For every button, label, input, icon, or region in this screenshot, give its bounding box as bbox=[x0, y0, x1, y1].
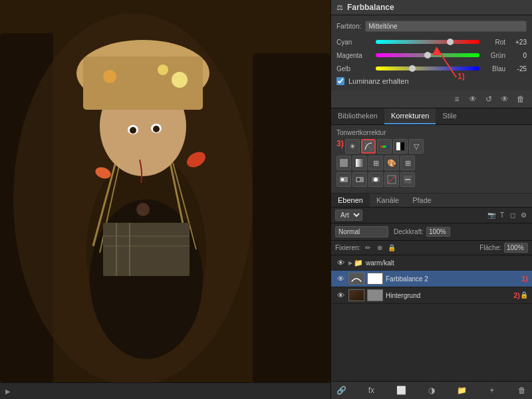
add-mask-icon[interactable]: ⬜ bbox=[396, 384, 408, 396]
art-dropdown[interactable]: Art bbox=[335, 209, 362, 221]
mask3-icon[interactable] bbox=[368, 172, 383, 187]
right-panel: ⚖ Farbbalance Farbton: Mitteltöne Tiefen… bbox=[331, 0, 532, 399]
fix-lock-icon[interactable]: 🔒 bbox=[387, 243, 396, 253]
group-visibility-eye[interactable]: 👁 bbox=[335, 257, 346, 268]
luminanz-row: Luminanz erhalten bbox=[336, 77, 527, 85]
flaeche-input[interactable] bbox=[504, 243, 528, 253]
svg-point-22 bbox=[136, 203, 150, 216]
svg-point-20 bbox=[130, 127, 136, 134]
cyan-label: Cyan bbox=[336, 39, 373, 46]
art-icons: 📷 T ◻ ⚙ bbox=[487, 211, 528, 220]
layers-section: Ebenen Kanäle Pfade Art 📷 T ◻ ⚙ Normal M… bbox=[331, 194, 532, 399]
tab-kanaele[interactable]: Kanäle bbox=[370, 194, 406, 207]
hintergrund-visibility-eye[interactable]: 👁 bbox=[335, 290, 346, 301]
korrekturen-section: Tonwertkorrektur 3) ☀ bbox=[331, 125, 532, 194]
solid-svg bbox=[339, 158, 348, 168]
deckkraft-input[interactable] bbox=[426, 227, 450, 237]
magenta-gruen-value: 0 bbox=[508, 52, 527, 59]
gradient-icon[interactable]: ▽ bbox=[409, 139, 424, 154]
tool-row-1: 3) ☀ ▽ bbox=[336, 139, 527, 154]
farbton-row: Farbton: Mitteltöne Tiefen Lichter bbox=[336, 21, 527, 32]
farbbalance2-visibility-eye[interactable]: 👁 bbox=[335, 273, 346, 284]
layers-icon[interactable]: ≡ bbox=[451, 93, 463, 105]
camera-icon[interactable]: 📷 bbox=[487, 211, 496, 220]
annotation-3: 3) bbox=[336, 139, 344, 154]
shape-icon[interactable]: ◻ bbox=[508, 211, 517, 220]
mask1-icon[interactable] bbox=[336, 172, 351, 187]
hintergrund-thumb-img bbox=[349, 290, 364, 301]
layer-farbbalance2[interactable]: 👁 Farbbalance 2 1) bbox=[331, 271, 532, 287]
tab-stile[interactable]: Stile bbox=[436, 108, 463, 124]
curves-icon[interactable] bbox=[361, 139, 376, 154]
svg-rect-45 bbox=[405, 179, 410, 180]
bw-icon[interactable] bbox=[393, 139, 408, 154]
svg-point-42 bbox=[374, 178, 378, 182]
group-triangle-icon: ▶ bbox=[348, 260, 352, 266]
gelb-label: Gelb bbox=[336, 65, 373, 72]
undo-icon[interactable]: ↺ bbox=[483, 93, 495, 105]
bottom-layer-tools: 🔗 fx ⬜ ◑ 📁 + 🗑 bbox=[331, 381, 532, 399]
grad2-svg bbox=[355, 158, 364, 168]
fixieren-label: Fixieren: bbox=[335, 244, 360, 251]
svg-rect-33 bbox=[396, 142, 400, 150]
rot-label: Rot bbox=[482, 39, 505, 46]
eye2-icon[interactable]: 👁 bbox=[499, 93, 511, 105]
korrekturen-label: Tonwertkorrektur bbox=[336, 129, 527, 136]
bw-svg bbox=[396, 142, 405, 151]
gelb-blau-thumb[interactable] bbox=[409, 65, 416, 72]
tab-bibliotheken[interactable]: Bibliotheken bbox=[331, 108, 384, 124]
grid-icon[interactable]: ⊞ bbox=[400, 156, 415, 170]
gradient2-icon[interactable] bbox=[352, 156, 367, 170]
solid-color-icon[interactable] bbox=[336, 156, 351, 170]
new-adjustment-icon[interactable]: ◑ bbox=[426, 384, 438, 396]
farbbalance-body: Farbton: Mitteltöne Tiefen Lichter Cyan … bbox=[331, 15, 532, 90]
mask1-svg bbox=[339, 175, 348, 184]
brightness-icon[interactable]: ☀ bbox=[345, 139, 360, 154]
blend-mode-dropdown[interactable]: Normal Multiplizieren Abblenden bbox=[335, 226, 388, 237]
mask2-icon[interactable] bbox=[352, 172, 367, 187]
new-group-icon[interactable]: 📁 bbox=[456, 384, 467, 396]
fix-pencil-icon[interactable]: ✏ bbox=[363, 243, 372, 253]
gelb-blau-slider-container[interactable] bbox=[376, 64, 479, 73]
magenta-gruen-slider-container[interactable] bbox=[376, 51, 479, 60]
cyan-rot-slider-container[interactable] bbox=[376, 37, 479, 47]
farbton-dropdown[interactable]: Mitteltöne Tiefen Lichter bbox=[365, 21, 527, 32]
blend-row: Normal Multiplizieren Abblenden Deckkraf… bbox=[331, 223, 532, 241]
layer-hintergrund[interactable]: 👁 Hintergrund 2) 🔒 bbox=[331, 287, 532, 304]
luminanz-checkbox[interactable] bbox=[336, 77, 344, 85]
svg-rect-40 bbox=[357, 178, 360, 181]
cyan-rot-row: Cyan Rot +23 bbox=[336, 37, 527, 47]
farbbalance-header: ⚖ Farbbalance bbox=[331, 0, 532, 15]
color-lookup-icon[interactable]: 🎨 bbox=[384, 156, 399, 170]
magenta-gruen-thumb[interactable] bbox=[424, 52, 431, 59]
fx-icon[interactable]: fx bbox=[365, 384, 377, 396]
cyan-rot-value: +23 bbox=[508, 39, 527, 46]
gear-small-icon[interactable]: ⚙ bbox=[519, 211, 528, 220]
type-icon[interactable]: T bbox=[497, 211, 507, 220]
farbbalance2-name: Farbbalance 2 bbox=[386, 275, 519, 283]
layer-group-warm-kalt[interactable]: 👁 ▶ 📁 warm/kalt bbox=[331, 255, 532, 271]
magenta-gruen-row: Magenta Grün 0 bbox=[336, 51, 527, 60]
visibility-icon[interactable]: 👁 bbox=[467, 93, 479, 105]
tab-ebenen[interactable]: Ebenen bbox=[331, 194, 370, 207]
hintergrund-lock-icon: 🔒 bbox=[520, 291, 528, 299]
mask4-icon[interactable] bbox=[384, 172, 399, 187]
hsl-icon[interactable] bbox=[377, 139, 392, 154]
mask-thumb-svg bbox=[368, 273, 382, 285]
pattern-icon[interactable]: ⊞ bbox=[368, 156, 383, 170]
delete-layer-icon[interactable]: 🗑 bbox=[516, 384, 528, 396]
mask5-icon[interactable] bbox=[400, 172, 415, 187]
hsl-svg bbox=[380, 142, 389, 151]
cyan-rot-thumb[interactable] bbox=[447, 39, 454, 45]
new-layer-icon[interactable]: + bbox=[486, 384, 498, 396]
link-layers-icon[interactable]: 🔗 bbox=[335, 384, 347, 396]
bottom-bar: ▶ bbox=[0, 382, 331, 399]
fix-move-icon[interactable]: ⊕ bbox=[375, 243, 384, 253]
tab-pfade[interactable]: Pfade bbox=[406, 194, 438, 207]
tab-korrekturen[interactable]: Korrekturen bbox=[384, 108, 436, 124]
blau-label: Blau bbox=[482, 65, 505, 72]
mask5-svg bbox=[403, 175, 412, 184]
photo-svg bbox=[0, 0, 331, 382]
mask2-svg bbox=[355, 175, 364, 184]
trash-icon[interactable]: 🗑 bbox=[515, 93, 527, 105]
